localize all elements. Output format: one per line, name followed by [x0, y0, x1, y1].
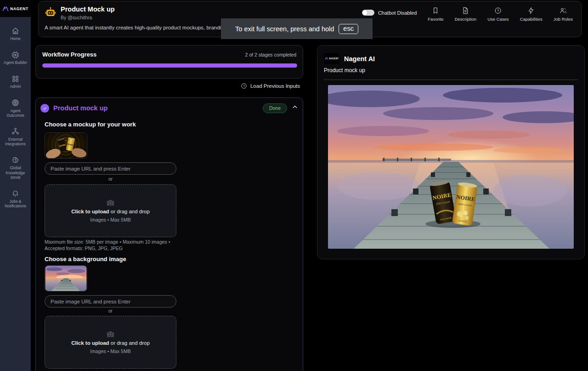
workflow-progress-title: Workflow Progress — [42, 51, 96, 58]
sidebar-item-jobs-notifications[interactable]: Jobs & Notifications — [0, 189, 31, 208]
header-actions: Chatbot Disabled Favorite Description Us… — [362, 7, 573, 22]
workflow-progress-card: Workflow Progress 2 of 2 stages complete… — [35, 45, 303, 79]
mockup-url-input[interactable] — [45, 162, 176, 175]
output-preview-card: NAGENT Nagent AI Product mock up — [317, 45, 585, 259]
clock-icon — [241, 83, 247, 89]
bell-icon — [11, 189, 20, 198]
bookmark-icon — [432, 7, 439, 14]
upload-instruction: Click to upload or drag and drop — [71, 209, 150, 214]
brand-text: NAGENT — [329, 57, 339, 60]
sidebar-item-global-knowledge[interactable]: Global Knowledge Smriti — [0, 156, 31, 180]
sidebar: NAGENT Home Agent Builder Admin Agent Ou… — [0, 0, 31, 371]
background-upload-dropzone[interactable]: Click to upload or drag and drop Images … — [45, 316, 176, 369]
sidebar-item-label: Admin — [1, 84, 30, 89]
chatbot-toggle-group: Chatbot Disabled — [362, 10, 417, 16]
grid-icon — [11, 74, 20, 83]
chevron-up-icon — [292, 104, 298, 110]
background-thumbnail[interactable] — [45, 265, 87, 291]
nagent-logo-badge: NAGENT — [324, 53, 339, 64]
or-separator: or — [45, 308, 176, 314]
favorite-button[interactable]: Favorite — [428, 7, 443, 22]
upload-instruction: Click to upload or drag and drop — [71, 340, 150, 346]
action-label: Use Cases — [487, 17, 509, 22]
clock-icon — [494, 7, 502, 14]
sidebar-item-agent-outcomes[interactable]: Agent Outcomes — [0, 99, 31, 118]
done-status-badge: Done — [263, 103, 287, 113]
product-mockup-stage-card: Product mock up Done Choose a mockup for… — [35, 97, 303, 371]
stage-title: Product mock up — [53, 104, 107, 112]
people-icon — [560, 7, 567, 14]
mockup-section-heading: Choose a mockup for your work — [45, 121, 136, 128]
app-root: NAGENT Home Agent Builder Admin Agent Ou… — [0, 0, 588, 371]
mockup-result-image: NOIRE ZERO SUGAR COLA NOIR NOIRE ZERO SU… — [328, 85, 574, 249]
agent-title: Product Mock up — [61, 6, 115, 13]
nagent-logo-icon — [2, 6, 9, 11]
mockup-thumbnail-image: NOIRE NOIRE — [45, 133, 87, 158]
generated-mockup-image: NOIRE ZERO SUGAR COLA NOIR NOIRE ZERO SU… — [328, 85, 574, 249]
sidebar-item-agent-builder[interactable]: Agent Builder — [0, 51, 31, 65]
agent-author: By @suchithra — [61, 15, 92, 20]
upload-constraints-short: Images • Max 5MB — [90, 348, 130, 354]
load-previous-inputs-button[interactable]: Load Previous Inputs — [241, 83, 300, 89]
hierarchy-icon — [11, 127, 20, 136]
sidebar-item-label: Global Knowledge Smriti — [1, 166, 30, 180]
upload-constraints-full: Maximum file size: 5MB per image • Maxim… — [45, 239, 179, 251]
background-section-heading: Choose a background image — [45, 256, 126, 263]
chatbot-toggle-label: Chatbot Disabled — [378, 10, 417, 16]
action-label: Capabilities — [520, 17, 543, 22]
chatbot-toggle[interactable] — [362, 10, 374, 16]
sidebar-item-external-integrations[interactable]: External Integrations — [0, 127, 31, 146]
nagent-logo-icon — [325, 57, 328, 60]
sidebar-item-label: Jobs & Notifications — [1, 199, 30, 208]
background-url-input[interactable] — [45, 295, 176, 308]
divider — [324, 80, 578, 80]
camera-icon — [107, 331, 114, 337]
load-previous-inputs-label: Load Previous Inputs — [250, 83, 300, 89]
brand-text: NAGENT — [10, 6, 28, 11]
progress-bar-fill — [42, 63, 297, 68]
action-label: Favorite — [428, 17, 443, 22]
sidebar-item-label: Agent Outcomes — [1, 108, 30, 118]
preview-stage-title: Product mock up — [324, 67, 365, 74]
chip-icon — [11, 51, 20, 59]
sidebar-item-admin[interactable]: Admin — [0, 74, 31, 89]
action-label: Description — [455, 17, 477, 22]
description-button[interactable]: Description — [455, 7, 477, 22]
capabilities-button[interactable]: Capabilities — [520, 7, 543, 22]
nagent-logo[interactable]: NAGENT — [0, 0, 31, 17]
mockup-upload-dropzone[interactable]: Click to upload or drag and drop Images … — [45, 184, 176, 237]
lightning-icon — [527, 7, 535, 14]
use-cases-button[interactable]: Use Cases — [487, 7, 509, 22]
upload-constraints-short: Images • Max 5MB — [90, 217, 130, 223]
robot-icon — [45, 6, 57, 18]
camera-icon — [107, 200, 114, 206]
sidebar-item-label: Home — [1, 36, 30, 41]
target-icon — [11, 99, 20, 107]
toggle-knob — [362, 10, 368, 15]
workflow-progress-status: 2 of 2 stages completed — [245, 52, 297, 57]
sidebar-item-home[interactable]: Home — [0, 27, 31, 41]
stage-header: Product mock up Done — [40, 103, 298, 114]
background-thumbnail-image — [45, 266, 87, 291]
preview-brand-title: Nagent AI — [344, 55, 375, 63]
fullscreen-exit-toast: To exit full screen, press and hold esc — [221, 18, 373, 39]
sidebar-item-label: External Integrations — [1, 137, 30, 146]
collapse-button[interactable] — [292, 104, 298, 112]
brain-icon — [11, 156, 20, 164]
sidebar-item-label: Agent Builder — [1, 60, 30, 65]
esc-key-badge: esc — [339, 24, 358, 34]
home-icon — [11, 27, 20, 35]
action-label: Job Roles — [554, 17, 573, 22]
stage-header-right: Done — [263, 103, 298, 113]
progress-bar-track — [42, 63, 297, 68]
mockup-thumbnail[interactable]: NOIRE NOIRE — [45, 132, 87, 159]
or-separator: or — [45, 177, 176, 182]
document-icon — [462, 7, 469, 14]
toast-message: To exit full screen, press and hold — [235, 25, 334, 33]
stage-complete-check-icon — [40, 104, 49, 113]
job-roles-button[interactable]: Job Roles — [554, 7, 573, 22]
